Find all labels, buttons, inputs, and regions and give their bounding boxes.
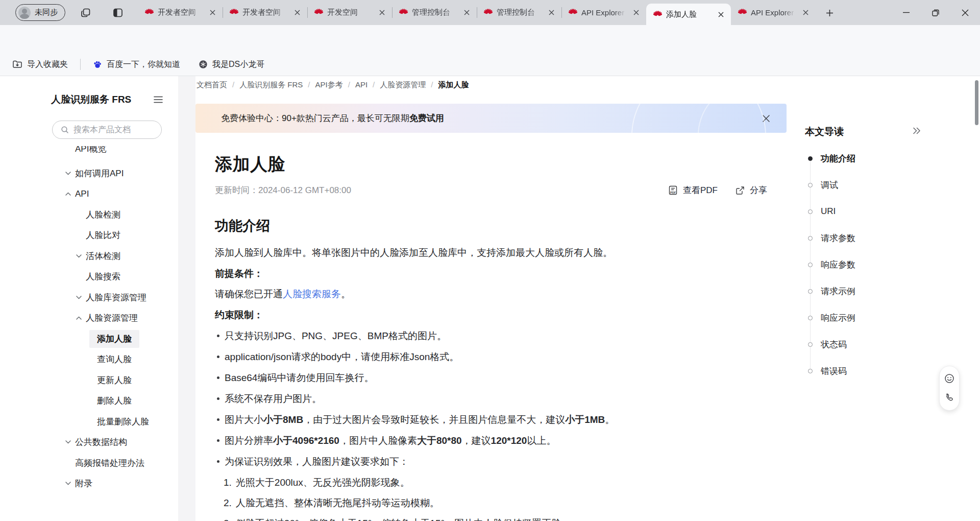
tab-close-icon[interactable] [546, 8, 556, 18]
feedback-smiley-icon[interactable] [943, 372, 956, 385]
banner-close-icon[interactable] [759, 111, 773, 126]
sidebar-search-input[interactable] [74, 125, 150, 134]
bookmark-baidu[interactable]: 百度一下，你就知道 [88, 56, 185, 73]
huawei-logo-icon [399, 8, 408, 17]
breadcrumb-current-add-face: 添加人脸 [438, 80, 469, 90]
breadcrumb-face-resource-mgmt[interactable]: 人脸资源管理 [380, 80, 438, 90]
breadcrumb-frs[interactable]: 人脸识别服务 FRS [239, 80, 315, 90]
sidebar-item-api[interactable]: API [0, 184, 178, 205]
pdf-icon: PDF [668, 185, 678, 196]
sidebar-collapse-icon[interactable] [153, 94, 164, 105]
prerequisites-text: 请确保您已开通人脸搜索服务。 [215, 287, 767, 301]
doc-body: 添加人脸 更新时间：2024-06-12 GMT+08:00 PDF 查看PDF… [195, 153, 787, 521]
phone-contact-icon[interactable] [943, 391, 956, 405]
restore-button[interactable] [921, 0, 950, 25]
list-item: 为保证识别效果，人脸图片建议要求如下： [215, 455, 767, 468]
list-item: 1.光照大于200lux、无反光强光阴影现象。 [224, 476, 767, 489]
new-tab-button[interactable] [823, 6, 836, 19]
chevron-up-icon [76, 316, 82, 320]
toc-collapse-icon[interactable] [910, 124, 923, 137]
tab-close-icon[interactable] [716, 9, 726, 19]
intro-paragraph: 添加人脸到人脸库中。将单张图片中的人脸添加至人脸库中，支持添加最大人脸或所有人脸… [215, 246, 767, 259]
sidebar-item-update-face[interactable]: 更新人脸 [0, 370, 178, 391]
toc-item-response-example[interactable]: 响应示例 [805, 304, 978, 331]
search-icon [61, 126, 69, 134]
profile-label: 未同步 [35, 8, 58, 17]
list-item: 2.人脸无遮挡、整体清晰无拖尾抖动等运动模糊。 [224, 496, 767, 510]
chevron-down-icon [76, 296, 82, 299]
list-item: Base64编码中请勿使用回车换行。 [215, 371, 767, 385]
tab-dev-space[interactable]: 开发空间 [307, 0, 392, 25]
minimize-button[interactable] [891, 0, 921, 25]
toc-item-debug[interactable]: 调试 [805, 172, 978, 198]
svg-text:PDF: PDF [670, 191, 676, 194]
tab-api-explorer-1[interactable]: API Explorer [561, 0, 646, 25]
breadcrumb-doc-home[interactable]: 文档首页 [197, 80, 239, 90]
sidebar-item-delete-face[interactable]: 删除人脸 [0, 391, 178, 412]
tab-close-icon[interactable] [207, 8, 217, 18]
baidu-icon [93, 60, 102, 69]
toc-item-status-codes[interactable]: 状态码 [805, 331, 978, 358]
folder-import-icon [12, 59, 22, 69]
toc-item-intro[interactable]: 功能介绍 [805, 145, 978, 172]
vertical-tabs-icon[interactable] [111, 6, 125, 19]
promo-banner[interactable]: 免费体验中心：90+款热门云产品，最长可无限期免费试用 [195, 104, 787, 133]
list-item: 图片大小小于8MB，由于过大图片会导致时延较长，并且图片信息量不大，建议小于1M… [215, 413, 767, 427]
list-item: application/json请求的body中，请使用标准Json格式。 [215, 350, 767, 364]
bookmark-import-favorites[interactable]: 导入收藏夹 [7, 56, 73, 73]
sidebar-item-face-resource-mgmt[interactable]: 人脸资源管理 [0, 308, 178, 329]
tab-close-icon[interactable] [292, 8, 302, 18]
sidebar-item-add-face[interactable]: 添加人脸 [0, 328, 178, 349]
sidebar-item-face-compare[interactable]: 人脸比对 [0, 225, 178, 246]
sidebar-item-face-db-resource-mgmt[interactable]: 人脸库资源管理 [0, 287, 178, 308]
list-item: 系统不保存用户图片。 [215, 392, 767, 406]
bookmark-ds-xiaolongge[interactable]: 我是DS小龙哥 [193, 56, 270, 73]
tab-close-icon[interactable] [631, 8, 641, 18]
huawei-logo-icon [314, 8, 323, 17]
view-pdf-button[interactable]: PDF 查看PDF [668, 184, 718, 196]
tab-console-2[interactable]: 管理控制台 [477, 0, 561, 25]
huawei-logo-icon [145, 8, 154, 17]
face-search-service-link[interactable]: 人脸搜索服务 [283, 289, 341, 299]
breadcrumb-api[interactable]: API [355, 80, 380, 90]
browser-window: 未同步 开发者空间 开发者空间 开发空间 [0, 0, 980, 521]
sidebar-item-error-handling[interactable]: 高频报错处理办法 [0, 453, 178, 473]
breadcrumb-api-reference[interactable]: API参考 [315, 80, 355, 90]
sidebar-item-common-data-structures[interactable]: 公共数据结构 [0, 432, 178, 453]
sidebar-title: 人脸识别服务 FRS [51, 93, 131, 106]
sidebar-item-face-detection[interactable]: 人脸检测 [0, 204, 178, 225]
list-item: 图片分辨率小于4096*2160，图片中人脸像素大于80*80，建议120*12… [215, 434, 767, 447]
tab-developer-space-2[interactable]: 开发者空间 [223, 0, 307, 25]
tab-developer-space-1[interactable]: 开发者空间 [138, 0, 223, 25]
chevron-down-icon [65, 482, 71, 485]
sidebar-item-appendix[interactable]: 附录 [0, 473, 178, 494]
tab-close-icon[interactable] [800, 8, 811, 18]
scrollbar-thumb[interactable] [975, 80, 978, 125]
updated-time: 更新时间：2024-06-12 GMT+08:00 [215, 184, 351, 196]
sidebar-item-liveness-detection[interactable]: 活体检测 [0, 246, 178, 267]
close-window-button[interactable] [950, 0, 980, 25]
tab-close-icon[interactable] [377, 8, 387, 18]
tab-add-face-active[interactable]: 添加人脸 [646, 4, 731, 25]
tab-api-explorer-2[interactable]: API Explorer [731, 0, 816, 25]
list-item: 3.侧脸不超过30°、俯仰角小于15°、偏转角小于15°、图片中人脸保持竖置正脸… [224, 516, 767, 521]
sidebar-item-batch-delete-face[interactable]: 批量删除人脸 [0, 411, 178, 432]
toc-item-uri[interactable]: URI [805, 198, 978, 225]
tab-list: 开发者空间 开发者空间 开发空间 管理控制台 管理控制台 [138, 0, 816, 25]
sidebar-item-face-search[interactable]: 人脸搜索 [0, 267, 178, 288]
sidebar-search-box[interactable] [52, 121, 162, 139]
toc-item-request-example[interactable]: 请求示例 [805, 278, 978, 304]
tab-console-1[interactable]: 管理控制台 [392, 0, 477, 25]
chevron-down-icon [65, 440, 71, 444]
toc-item-request-params[interactable]: 请求参数 [805, 225, 978, 251]
sidebar-item-api-overview[interactable]: API概览 [0, 146, 178, 163]
sidebar-item-query-face[interactable]: 查询人脸 [0, 349, 178, 370]
chevron-up-icon [65, 192, 71, 196]
profile-button[interactable]: 未同步 [15, 4, 65, 21]
toc-item-response-params[interactable]: 响应参数 [805, 251, 978, 278]
tab-close-icon[interactable] [461, 8, 472, 18]
sidebar-item-how-to-call-api[interactable]: 如何调用API [0, 163, 178, 184]
share-button[interactable]: 分享 [735, 184, 767, 196]
constraints-list: 只支持识别JPG、PNG、JPEG、BMP格式的图片。 application/… [215, 329, 767, 468]
tab-stack-icon[interactable] [79, 6, 92, 19]
